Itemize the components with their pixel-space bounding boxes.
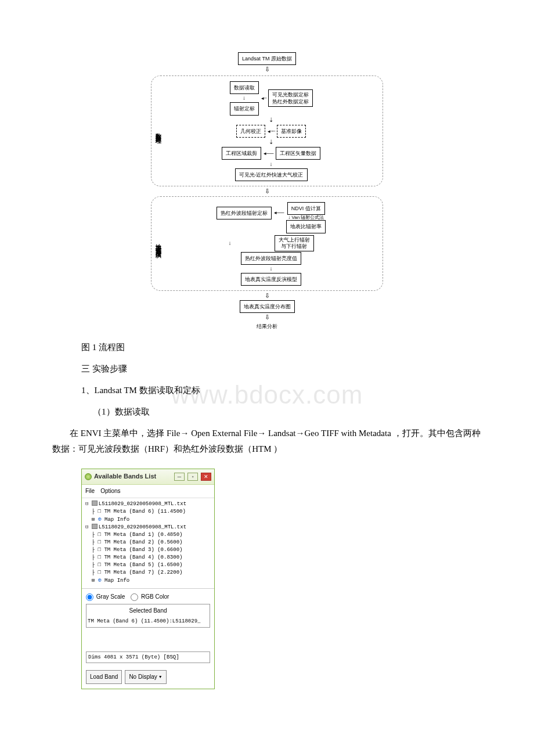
tree-band-1[interactable]: TM Meta (Band 1) (0.4850)	[104, 532, 182, 538]
display-dropdown-label: No Display	[129, 672, 157, 682]
menu-options[interactable]: Options	[100, 486, 120, 496]
tree-mapinfo-1[interactable]: Map Info	[104, 517, 129, 523]
fc-top: Landsat TM 原始数据	[238, 52, 296, 65]
fc-baseimg: 基准影像	[277, 125, 306, 138]
dims-label: Dims 4081 x 3571 (Byte) [BSQ]	[86, 651, 210, 663]
chevron-down-icon: ▼	[158, 674, 163, 681]
step-1-1-heading: （1）数据读取	[93, 404, 482, 420]
menu-file[interactable]: File	[85, 486, 95, 496]
tree-band-7[interactable]: TM Meta (Band 7) (2.2200)	[104, 570, 182, 575]
fc-crop: 工程区域裁剪	[222, 147, 261, 160]
fc-calib: 辐射定标	[230, 102, 259, 115]
envi-app-icon	[85, 473, 92, 480]
envi-titlebar: Available Bands List ─ ▫ ✕	[82, 469, 214, 485]
fc-vector: 工程区矢量数据	[276, 147, 320, 160]
fc-model: 地表真实温度反演模型	[241, 273, 301, 286]
fc-vis-thermal-calib: 可见光数据定标 热红外数据定标	[268, 89, 313, 107]
tree-band-6[interactable]: TM Meta (Band 6) (11.4500)	[104, 509, 185, 514]
fc-read: 数据读取	[230, 81, 259, 94]
fc-vis-calib: 可见光数据定标	[272, 92, 309, 98]
tree-band-5[interactable]: TM Meta (Band 5) (1.6500)	[104, 562, 182, 568]
radio-grayscale-label: Gray Scale	[96, 593, 125, 600]
fc-van-note: Van 辐射公式法	[292, 215, 324, 220]
tree-band-4[interactable]: TM Meta (Band 4) (0.8300)	[104, 555, 182, 560]
fc-group1-label: 数据预处理	[155, 128, 163, 134]
fc-analysis: 结果分析	[257, 322, 277, 331]
section-3-heading: 三 实验步骤	[81, 361, 482, 377]
radio-rgb[interactable]: RGB Color	[131, 592, 169, 602]
fc-tir-calib: 热红外波段辐射定标	[217, 207, 272, 219]
file-icon-2	[92, 524, 98, 529]
tree-band-3[interactable]: TM Meta (Band 3) (0.6600)	[104, 547, 182, 553]
load-band-button[interactable]: Load Band	[86, 670, 122, 684]
fc-group2-label: 地表正式温度反演	[155, 239, 163, 249]
fc-brightness: 热红外波段辐射亮度值	[241, 252, 301, 265]
tree-file-2[interactable]: L5118029_02920050908_MTL.txt	[99, 524, 186, 530]
figure-caption: 图 1 流程图	[81, 340, 482, 355]
file-icon	[92, 501, 98, 506]
radio-grayscale[interactable]: Gray Scale	[86, 592, 125, 602]
fc-atmo: 可见光-近红外快速大气校正	[235, 168, 308, 181]
fc-emiss: 地表比辐射率	[286, 220, 326, 233]
tree-file-1[interactable]: L5118029_02920050908_MTL.txt	[99, 501, 186, 507]
envi-bands-window: Available Bands List ─ ▫ ✕ File Options …	[81, 469, 215, 689]
tree-band-2[interactable]: TM Meta (Band 2) (0.5600)	[104, 539, 182, 545]
fc-geo: 几何校正	[236, 125, 265, 138]
envi-band-tree: ⊟ L5118029_02920050908_MTL.txt ├ □ TM Me…	[82, 498, 214, 589]
fc-group-preprocess: 数据预处理 数据读取 ↓ 辐射定标 ◂┄ 可见光数据定标 热红外数据定标 ⇣	[151, 75, 383, 186]
fc-updown: 大气上行辐射 与下行辐射	[275, 235, 314, 251]
minimize-button[interactable]: ─	[174, 473, 185, 481]
fc-dist-map: 地表真实温度分布图	[240, 300, 295, 313]
paragraph-1: 在 ENVI 主菜单中，选择 File→ Open External File→…	[52, 426, 482, 457]
display-dropdown[interactable]: No Display▼	[125, 670, 166, 684]
maximize-button[interactable]: ▫	[187, 473, 198, 481]
selected-band-box: Selected Band TM Meta (Band 6) (11.4500)…	[86, 604, 210, 628]
globe-icon-2: ⊕	[98, 577, 102, 584]
close-button[interactable]: ✕	[201, 473, 211, 481]
fc-thermal-calib: 热红外数据定标	[272, 99, 309, 105]
selected-band-title: Selected Band	[88, 606, 208, 616]
envi-menubar: File Options	[82, 485, 214, 498]
tree-mapinfo-2[interactable]: Map Info	[104, 578, 129, 584]
envi-window-title: Available Bands List	[94, 471, 171, 483]
selected-band-value: TM Meta (Band 6) (11.4500):L5118029_	[88, 617, 208, 626]
radio-rgb-label: RGB Color	[141, 593, 169, 600]
flowchart: Landsat TM 原始数据 ⇩ 数据预处理 数据读取 ↓ 辐射定标 ◂┄ 可…	[151, 52, 383, 331]
tree-collapse-icon-2[interactable]: ⊟	[85, 524, 88, 530]
step-1-heading: 1、Landsat TM 数据读取和定标	[81, 383, 482, 398]
fc-group-retrieval: 地表正式温度反演 热红外波段辐射定标 ◂── NDVI 值计算 ↓ Van 辐射…	[151, 196, 383, 291]
tree-collapse-icon[interactable]: ⊟	[85, 501, 88, 507]
globe-icon: ⊕	[98, 516, 102, 523]
fc-ndvi: NDVI 值计算	[287, 202, 325, 215]
